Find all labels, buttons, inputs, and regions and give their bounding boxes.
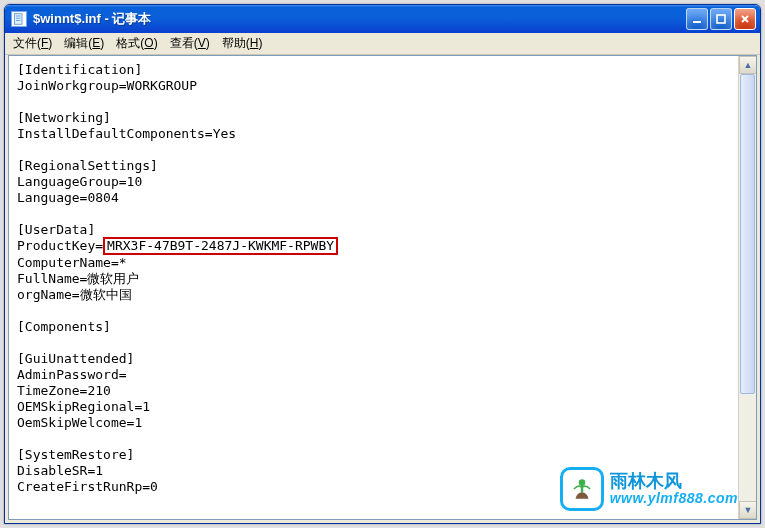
line-orgname: orgName=微软中国 — [17, 287, 132, 302]
line-oemskipregional: OEMSkipRegional=1 — [17, 399, 150, 414]
scroll-down-button[interactable]: ▼ — [739, 501, 757, 519]
line-fullname: FullName=微软用户 — [17, 271, 139, 286]
notepad-app-icon — [11, 11, 27, 27]
line-joinworkgroup: JoinWorkgroup=WORKGROUP — [17, 78, 197, 93]
section-identification: [Identification] — [17, 62, 142, 77]
scroll-thumb[interactable] — [740, 74, 755, 394]
section-systemrestore: [SystemRestore] — [17, 447, 134, 462]
notepad-window: $winnt$.inf - 记事本 文件(F) 编辑(E) 格式(O) 查看(V… — [4, 4, 761, 524]
client-area: [Identification] JoinWorkgroup=WORKGROUP… — [8, 55, 757, 520]
productkey-highlight: MRX3F-47B9T-2487J-KWKMF-RPWBY — [103, 237, 338, 255]
text-editor[interactable]: [Identification] JoinWorkgroup=WORKGROUP… — [9, 56, 738, 519]
maximize-button[interactable] — [710, 8, 732, 30]
line-oemskipwelcome: OemSkipWelcome=1 — [17, 415, 142, 430]
line-languagegroup: LanguageGroup=10 — [17, 174, 142, 189]
menu-format[interactable]: 格式(O) — [110, 33, 163, 54]
line-adminpassword: AdminPassword= — [17, 367, 127, 382]
section-guiunattended: [GuiUnattended] — [17, 351, 134, 366]
svg-rect-0 — [15, 14, 23, 25]
line-installdefault: InstallDefaultComponents=Yes — [17, 126, 236, 141]
window-buttons — [686, 8, 756, 30]
window-title: $winnt$.inf - 记事本 — [33, 10, 686, 28]
vertical-scrollbar[interactable]: ▲ ▼ — [738, 56, 756, 519]
menu-view[interactable]: 查看(V) — [164, 33, 216, 54]
minimize-button[interactable] — [686, 8, 708, 30]
line-productkey-label: ProductKey= — [17, 238, 103, 253]
scroll-up-button[interactable]: ▲ — [739, 56, 757, 74]
line-timezone: TimeZone=210 — [17, 383, 111, 398]
productkey-value: MRX3F-47B9T-2487J-KWKMF-RPWBY — [107, 238, 334, 253]
line-language: Language=0804 — [17, 190, 119, 205]
svg-rect-5 — [717, 15, 725, 23]
close-button[interactable] — [734, 8, 756, 30]
titlebar[interactable]: $winnt$.inf - 记事本 — [5, 5, 760, 33]
menu-file[interactable]: 文件(F) — [7, 33, 58, 54]
menubar: 文件(F) 编辑(E) 格式(O) 查看(V) 帮助(H) — [5, 33, 760, 55]
svg-rect-4 — [693, 21, 701, 23]
line-createfirstrunrp: CreateFirstRunRp=0 — [17, 479, 158, 494]
section-networking: [Networking] — [17, 110, 111, 125]
menu-edit[interactable]: 编辑(E) — [58, 33, 110, 54]
line-computername: ComputerName=* — [17, 255, 127, 270]
section-components: [Components] — [17, 319, 111, 334]
menu-help[interactable]: 帮助(H) — [216, 33, 269, 54]
line-disablesr: DisableSR=1 — [17, 463, 103, 478]
section-regional: [RegionalSettings] — [17, 158, 158, 173]
section-userdata: [UserData] — [17, 222, 95, 237]
